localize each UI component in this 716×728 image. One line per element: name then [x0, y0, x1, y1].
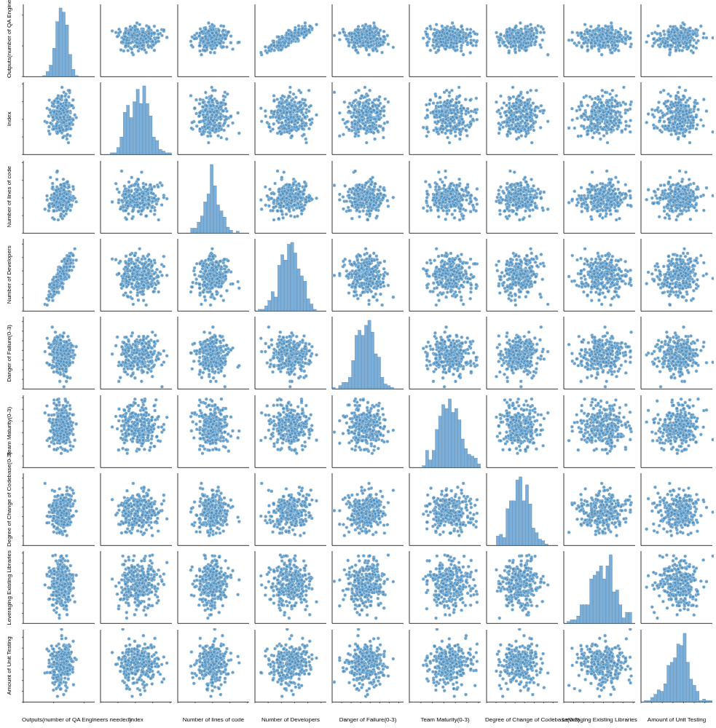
svg-point-13902 — [533, 419, 537, 423]
svg-point-20389 — [211, 645, 215, 649]
svg-point-18437 — [338, 604, 342, 608]
svg-point-1193 — [356, 28, 360, 31]
svg-point-9143 — [538, 293, 542, 296]
svg-point-12204 — [68, 403, 72, 407]
svg-point-19512 — [686, 575, 690, 579]
svg-point-21989 — [590, 654, 594, 658]
svg-point-8845 — [428, 274, 431, 278]
svg-point-19450 — [678, 563, 682, 567]
svg-point-4519 — [621, 130, 624, 133]
svg-point-15856 — [288, 502, 291, 506]
svg-point-7210 — [699, 194, 703, 198]
svg-point-6335 — [448, 186, 452, 190]
svg-point-21991 — [589, 647, 592, 651]
svg-point-4395 — [629, 130, 632, 134]
svg-point-18040 — [264, 586, 267, 590]
svg-point-3202 — [297, 89, 301, 92]
svg-point-16239 — [476, 512, 479, 515]
svg-point-12776 — [147, 422, 151, 425]
svg-point-22039 — [605, 665, 609, 669]
svg-point-19482 — [677, 587, 680, 590]
svg-point-8761 — [458, 290, 462, 294]
svg-point-12796 — [157, 439, 160, 443]
scatter-cell — [408, 315, 482, 390]
svg-point-17923 — [211, 604, 214, 608]
svg-point-280 — [135, 41, 138, 44]
svg-point-4858 — [679, 109, 682, 113]
svg-point-7922 — [141, 290, 144, 293]
svg-point-1495 — [469, 41, 473, 45]
svg-point-18856 — [471, 587, 475, 590]
svg-point-1525 — [431, 44, 435, 47]
svg-point-6987 — [601, 185, 605, 189]
svg-point-8337 — [392, 296, 396, 299]
svg-rect-19221 — [599, 566, 602, 624]
svg-point-12935 — [215, 448, 219, 451]
svg-point-6679 — [524, 189, 528, 192]
svg-point-6088 — [350, 217, 354, 221]
svg-point-5713 — [272, 218, 276, 221]
svg-point-17639 — [146, 576, 149, 579]
svg-point-20923 — [360, 686, 363, 689]
svg-rect-2760 — [159, 149, 162, 154]
svg-point-6822 — [570, 197, 574, 201]
svg-point-7264 — [687, 183, 691, 187]
svg-point-11250 — [473, 365, 477, 368]
svg-point-6701 — [519, 192, 523, 196]
svg-point-17080 — [672, 502, 675, 506]
svg-point-6710 — [580, 186, 583, 189]
svg-point-4384 — [570, 119, 574, 122]
svg-point-20445 — [198, 676, 202, 680]
svg-point-17141 — [58, 614, 61, 617]
svg-point-7836 — [157, 290, 160, 294]
svg-point-10944 — [304, 352, 308, 356]
svg-point-2125 — [605, 34, 609, 38]
svg-point-6966 — [602, 190, 606, 194]
svg-point-12836 — [209, 408, 213, 411]
svg-point-7609 — [52, 290, 56, 293]
scatter-cell: -505101520 — [22, 237, 96, 312]
svg-rect-22081 — [706, 700, 709, 702]
svg-point-13564 — [372, 405, 376, 408]
svg-point-22003 — [573, 687, 576, 690]
svg-point-6972 — [616, 201, 620, 205]
svg-point-8499 — [374, 275, 378, 279]
svg-point-12500 — [59, 446, 63, 449]
svg-rect-22080 — [703, 699, 706, 702]
svg-point-19163 — [524, 585, 528, 588]
svg-point-10271 — [142, 335, 146, 339]
svg-point-21555 — [543, 686, 546, 689]
svg-point-15769 — [281, 526, 285, 530]
svg-point-8502 — [371, 281, 374, 285]
svg-point-20687 — [301, 664, 304, 668]
svg-point-22034 — [626, 665, 630, 668]
svg-point-17664 — [132, 574, 135, 578]
svg-point-21333 — [435, 675, 438, 678]
svg-point-15722 — [304, 513, 307, 517]
svg-point-8202 — [198, 282, 202, 286]
svg-point-6365 — [441, 200, 445, 204]
hist-cell — [99, 81, 173, 156]
svg-point-13814 — [516, 397, 520, 401]
svg-point-6696 — [517, 197, 521, 201]
svg-point-9105 — [508, 267, 512, 271]
svg-point-5729 — [307, 196, 311, 199]
svg-point-12679 — [141, 429, 144, 432]
svg-point-15541 — [209, 516, 213, 520]
svg-point-8827 — [451, 273, 455, 277]
svg-point-14244 — [594, 398, 597, 402]
svg-point-13710 — [386, 440, 390, 443]
svg-point-20415 — [217, 647, 221, 651]
svg-point-3646 — [377, 99, 380, 103]
svg-point-16193 — [460, 491, 463, 495]
svg-point-17341 — [63, 590, 67, 593]
svg-point-5773 — [288, 194, 292, 198]
svg-point-8789 — [455, 285, 458, 288]
svg-point-4550 — [590, 122, 594, 126]
svg-point-17049 — [694, 500, 698, 504]
svg-point-17381 — [52, 570, 56, 574]
svg-point-3061 — [215, 128, 219, 132]
svg-point-6654 — [517, 205, 521, 208]
svg-point-18250 — [264, 594, 267, 598]
svg-point-12104 — [699, 349, 703, 353]
